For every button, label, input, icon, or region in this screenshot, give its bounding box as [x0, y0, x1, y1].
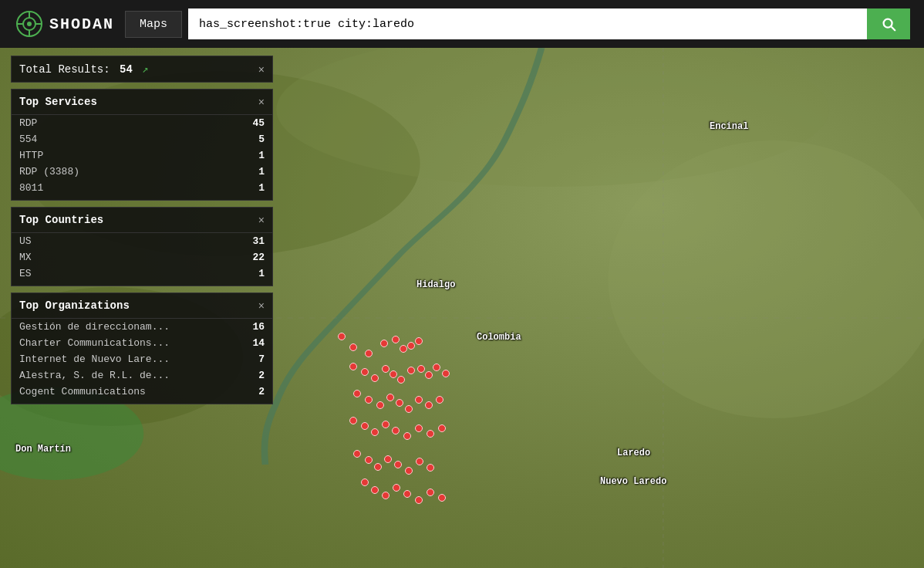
map-dot[interactable] [403, 490, 411, 498]
org-row[interactable]: Charter Communications...14 [12, 335, 272, 351]
map-dot[interactable] [416, 458, 423, 465]
svg-point-10 [608, 140, 924, 418]
map-dot[interactable] [386, 394, 394, 401]
map-dot[interactable] [415, 337, 423, 345]
map-dot[interactable] [349, 417, 357, 424]
map-dot[interactable] [365, 456, 373, 464]
map-dot[interactable] [365, 396, 373, 404]
map-dot[interactable] [393, 484, 400, 492]
service-key: 554 [19, 134, 37, 145]
header: SHODAN Maps [0, 0, 924, 48]
map-dot[interactable] [349, 343, 357, 351]
map-dot[interactable] [365, 350, 373, 357]
map-dot[interactable] [436, 396, 443, 404]
service-row[interactable]: 80111 [12, 180, 272, 200]
map-dot[interactable] [394, 461, 402, 468]
maps-tab[interactable]: Maps [125, 11, 182, 38]
service-value: 1 [258, 150, 265, 161]
map-dot[interactable] [361, 368, 369, 376]
service-row[interactable]: HTTP1 [12, 147, 272, 164]
org-row[interactable]: Internet de Nuevo Lare...7 [12, 351, 272, 367]
map-dot[interactable] [405, 467, 413, 475]
org-value: 14 [252, 337, 265, 349]
top-countries-close-button[interactable]: × [258, 215, 265, 225]
map-dot[interactable] [371, 486, 379, 494]
org-row[interactable]: Alestra, S. de R.L. de...2 [12, 367, 272, 384]
svg-point-2 [27, 22, 32, 26]
country-value: 22 [252, 252, 265, 263]
top-organizations-close-button[interactable]: × [258, 300, 265, 311]
map-dot[interactable] [382, 492, 389, 499]
map-dot[interactable] [361, 422, 369, 430]
map-dot[interactable] [371, 374, 379, 382]
service-row[interactable]: RDP (3388)1 [12, 164, 272, 180]
search-button[interactable] [867, 8, 910, 39]
map-dot[interactable] [371, 428, 379, 436]
map-dot[interactable] [382, 365, 389, 373]
org-value: 2 [258, 386, 265, 397]
map-dot[interactable] [400, 345, 407, 353]
country-row[interactable]: US31 [12, 233, 272, 249]
map-dot[interactable] [353, 450, 361, 458]
top-countries-header: Top Countries × [12, 208, 272, 233]
service-row[interactable]: 5545 [12, 131, 272, 147]
map-dot[interactable] [438, 494, 446, 502]
map-dot[interactable] [361, 478, 369, 486]
map-dot[interactable] [438, 424, 446, 432]
map-dot[interactable] [374, 463, 382, 471]
map-dot[interactable] [425, 371, 433, 379]
country-key: MX [19, 252, 32, 263]
org-row[interactable]: Gestión de direccionam...16 [12, 319, 272, 335]
org-key: Internet de Nuevo Lare... [19, 353, 170, 365]
total-results-count: 54 [120, 63, 133, 76]
map-dot[interactable] [407, 342, 415, 350]
map-dot[interactable] [427, 489, 434, 496]
map-dot[interactable] [417, 365, 425, 373]
map-dot[interactable] [405, 405, 413, 413]
map-dot[interactable] [349, 363, 357, 370]
map-dot[interactable] [384, 455, 392, 463]
total-results-close-button[interactable]: × [258, 63, 265, 76]
country-key: US [19, 235, 32, 247]
map-dot[interactable] [338, 333, 346, 340]
map-dot[interactable] [427, 464, 434, 472]
map-dot[interactable] [382, 421, 389, 428]
top-organizations-title: Top Organizations [19, 299, 130, 312]
service-key: RDP [19, 117, 37, 129]
map-dot[interactable] [407, 367, 415, 374]
org-value: 7 [258, 353, 265, 365]
map-dot[interactable] [415, 396, 423, 404]
country-row[interactable]: ES1 [12, 265, 272, 286]
map-dot[interactable] [415, 424, 423, 432]
map-dot[interactable] [415, 496, 423, 504]
service-key: RDP (3388) [19, 166, 79, 178]
service-row[interactable]: RDP45 [12, 115, 272, 131]
map-dot[interactable] [389, 370, 397, 378]
map-dot[interactable] [380, 340, 388, 347]
map-dot[interactable] [392, 427, 400, 434]
map-dot[interactable] [433, 363, 440, 371]
org-key: Cogent Communications [19, 386, 146, 397]
service-value: 5 [258, 134, 265, 145]
org-key: Gestión de direccionam... [19, 321, 170, 333]
map-dot[interactable] [376, 401, 384, 409]
search-bar [188, 8, 910, 39]
map-dot[interactable] [442, 370, 450, 377]
top-countries-panel: Top Countries × US31MX22ES1 [11, 207, 273, 286]
search-input[interactable] [188, 8, 867, 39]
map-dot[interactable] [425, 401, 433, 409]
panels: Total Results: 54 ↗ × Top Services × RDP… [11, 56, 273, 404]
service-value: 1 [258, 182, 265, 194]
country-row[interactable]: MX22 [12, 249, 272, 265]
logo-area: SHODAN [8, 10, 122, 38]
map-dot[interactable] [396, 399, 403, 407]
map-dot[interactable] [403, 432, 411, 440]
country-key: ES [19, 268, 32, 279]
map-dot[interactable] [392, 336, 400, 343]
map-dot[interactable] [397, 376, 405, 384]
total-results-link[interactable]: ↗ [142, 63, 148, 76]
map-dot[interactable] [353, 390, 361, 397]
org-row[interactable]: Cogent Communications2 [12, 384, 272, 404]
map-dot[interactable] [427, 430, 434, 438]
top-services-close-button[interactable]: × [258, 96, 265, 107]
